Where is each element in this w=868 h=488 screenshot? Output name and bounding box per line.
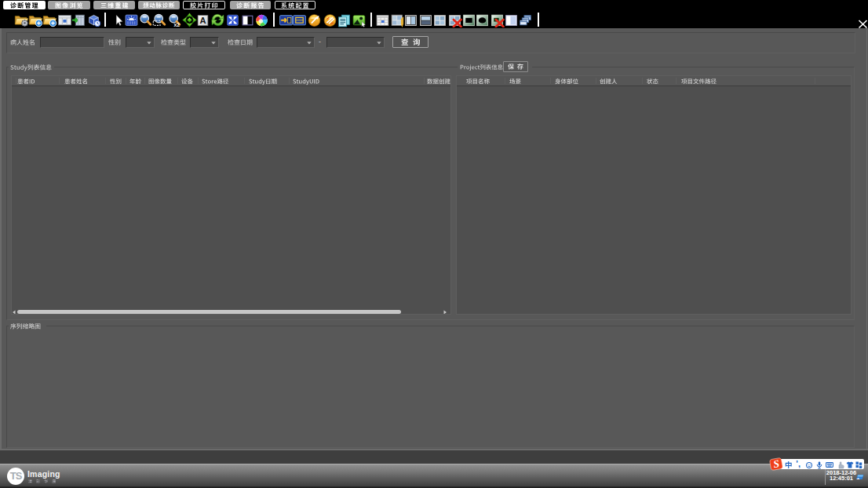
svg-text:A: A: [199, 15, 206, 24]
svg-text:x2: x2: [173, 21, 180, 27]
